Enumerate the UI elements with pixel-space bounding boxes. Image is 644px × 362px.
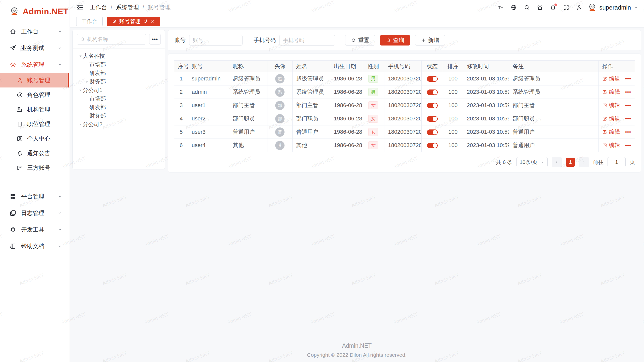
edit-button[interactable]: 编辑	[602, 128, 620, 136]
cell-no: 3	[174, 99, 188, 112]
status-toggle[interactable]	[427, 143, 438, 148]
profile-icon[interactable]	[574, 3, 585, 13]
avatar: 部	[275, 114, 285, 123]
status-toggle[interactable]	[427, 116, 438, 122]
cell-avatar: 普	[267, 125, 293, 139]
theme-icon[interactable]	[535, 3, 546, 13]
tab-workbench[interactable]: 工作台	[76, 17, 103, 26]
tree-node[interactable]: 研发部	[77, 69, 161, 77]
search-icon	[386, 38, 391, 43]
more-actions-icon[interactable]: •••	[625, 103, 631, 108]
search-button[interactable]: 查询	[380, 35, 410, 46]
edit-button[interactable]: 编辑	[602, 75, 620, 82]
tree-expander-icon[interactable]	[78, 54, 83, 58]
notification-icon[interactable]	[548, 3, 559, 13]
status-toggle[interactable]	[427, 103, 438, 108]
status-toggle[interactable]	[427, 129, 438, 135]
more-actions-icon[interactable]: •••	[625, 143, 631, 148]
sidebar-item-account-mgmt[interactable]: 账号管理	[0, 73, 69, 87]
footer-brand: Admin.NET	[70, 342, 644, 349]
sidebar-item-personal-center[interactable]: 个人中心	[0, 131, 69, 146]
cell-no: 4	[174, 112, 188, 125]
cell-account: admin	[188, 85, 229, 99]
tree-node[interactable]: 财务部	[77, 112, 161, 120]
tree-node[interactable]: 市场部	[77, 60, 161, 69]
tree-more-button[interactable]: •••	[149, 34, 161, 44]
sidebar-item-help-docs[interactable]: 帮助文档	[0, 238, 69, 254]
column-header: 姓名	[293, 61, 330, 72]
active-dot-icon	[112, 19, 117, 24]
tree-node[interactable]: 市场部	[77, 95, 161, 103]
sidebar-item-dev-tools[interactable]: 开发工具	[0, 221, 69, 238]
more-actions-icon[interactable]: •••	[625, 116, 631, 122]
cell-remark: 普通用户	[509, 125, 598, 139]
refresh-icon[interactable]	[143, 19, 148, 24]
sidebar-item-system-mgmt[interactable]: 系统管理	[0, 56, 69, 73]
sidebar-item-platform-mgmt[interactable]: 平台管理	[0, 188, 69, 205]
sidebar-menu: 工作台 业务测试 系统管理 账号管理 角色管理 机构管理 职位管理 个人中心 通…	[0, 23, 69, 254]
edit-button[interactable]: 编辑	[602, 88, 620, 96]
edit-button[interactable]: 编辑	[602, 115, 620, 122]
edit-label: 编辑	[609, 75, 620, 82]
sidebar-item-label: 业务测试	[21, 44, 44, 52]
tree-expander-icon[interactable]	[78, 123, 83, 126]
sidebar-item-org-mgmt[interactable]: 机构管理	[0, 102, 69, 117]
next-page-button[interactable]	[579, 157, 589, 167]
cell-birth: 1986-06-28	[330, 85, 362, 99]
tree-expander-icon[interactable]	[78, 88, 83, 92]
page-size-select[interactable]: 10条/页	[516, 157, 548, 167]
account-label: 账号	[175, 36, 186, 44]
cell-sort: 100	[443, 139, 463, 152]
status-toggle[interactable]	[427, 89, 438, 95]
org-search-input[interactable]	[87, 36, 143, 42]
sidebar-item-business-test[interactable]: 业务测试	[0, 40, 69, 56]
cell-actions: 编辑•••	[598, 112, 635, 125]
sidebar-item-label: 日志管理	[21, 209, 44, 217]
sidebar-item-label: 帮助文档	[21, 242, 44, 250]
account-input[interactable]	[189, 35, 243, 46]
more-actions-icon[interactable]: •••	[625, 76, 631, 82]
breadcrumb-system-mgmt[interactable]: 系统管理	[116, 4, 139, 11]
tab-account-mgmt[interactable]: 账号管理	[107, 17, 160, 26]
phone-input[interactable]	[279, 35, 335, 46]
more-actions-icon[interactable]: •••	[625, 129, 631, 135]
column-header: 操作	[598, 61, 635, 72]
user-menu[interactable]: superadmin	[587, 3, 638, 12]
close-icon[interactable]	[150, 19, 155, 24]
sidebar-item-label: 角色管理	[27, 91, 50, 99]
column-header: 出生日期	[330, 61, 362, 72]
search-icon[interactable]	[521, 3, 533, 13]
more-actions-icon[interactable]: •••	[625, 89, 631, 95]
sidebar-item-workbench[interactable]: 工作台	[0, 23, 69, 40]
cell-nickname: 普通用户	[229, 125, 267, 139]
goto-page-input[interactable]	[608, 157, 626, 167]
fullscreen-icon[interactable]	[561, 3, 572, 13]
status-toggle[interactable]	[427, 76, 438, 82]
edit-button[interactable]: 编辑	[602, 102, 620, 109]
tree-expander-icon[interactable]	[85, 80, 89, 83]
chevron-down-icon	[541, 160, 545, 164]
tree-node[interactable]: 研发部	[77, 103, 161, 112]
sidebar-item-position-mgmt[interactable]: 职位管理	[0, 117, 69, 131]
font-size-icon[interactable]	[495, 3, 506, 13]
tree-node[interactable]: 大名科技	[77, 52, 161, 60]
language-icon[interactable]	[508, 3, 519, 13]
edit-button[interactable]: 编辑	[602, 142, 620, 149]
tree-node[interactable]: 分公司1	[77, 86, 161, 95]
sidebar-item-notice[interactable]: 通知公告	[0, 146, 69, 160]
cell-phone: 18020030720	[384, 125, 422, 139]
sidebar-item-log-mgmt[interactable]: 日志管理	[0, 205, 69, 221]
tree-node[interactable]: 分公司2	[77, 120, 161, 129]
sidebar-item-third-account[interactable]: 三方账号	[0, 160, 69, 175]
tree-node[interactable]: 财务部	[77, 77, 161, 86]
collapse-menu-icon[interactable]	[76, 3, 84, 12]
tree-node-label: 财务部	[89, 78, 106, 85]
reset-button[interactable]: 重置	[345, 35, 375, 46]
page-1-button[interactable]: 1	[566, 158, 575, 167]
prev-page-button[interactable]	[552, 157, 562, 167]
breadcrumb-workbench[interactable]: 工作台	[90, 4, 107, 11]
add-button[interactable]: 新增	[415, 35, 445, 46]
chevron-down-icon	[633, 5, 638, 10]
cell-no: 1	[174, 72, 188, 85]
sidebar-item-role-mgmt[interactable]: 角色管理	[0, 87, 69, 102]
